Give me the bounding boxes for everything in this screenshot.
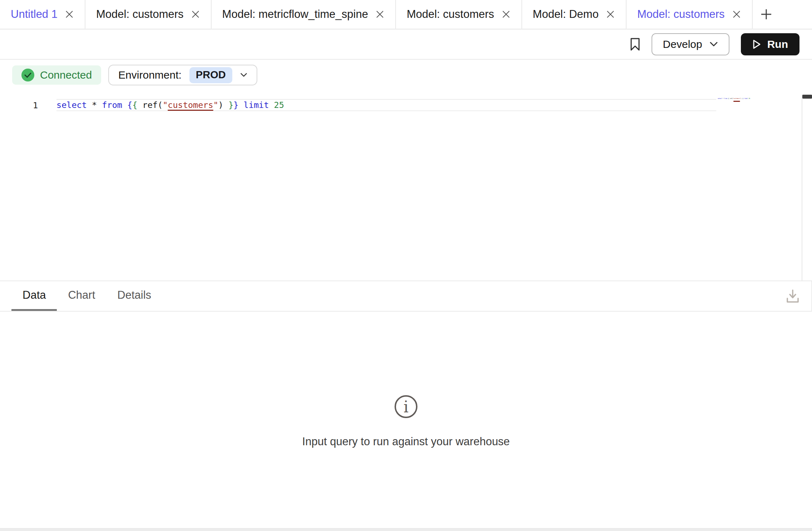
develop-button[interactable]: Develop [652, 33, 729, 55]
bookmark-icon [630, 38, 640, 51]
line-number: 1 [33, 100, 38, 110]
toolbar: Develop Run [0, 30, 812, 60]
editor-tab-2[interactable]: Model: metricflow_time_spine [212, 0, 396, 29]
close-icon[interactable] [732, 10, 741, 19]
minimap[interactable]: select * from {{ ref("customers") }} lim… [718, 98, 750, 99]
editor-tab-label: Model: customers [637, 8, 725, 21]
results-tab-chart[interactable]: Chart [57, 281, 106, 311]
plus-icon [759, 7, 773, 21]
code-token: 25 [749, 98, 750, 99]
chevron-down-icon [709, 41, 718, 47]
bottom-strip [0, 528, 812, 531]
code-token: ref( [729, 98, 733, 99]
code-token: ) [218, 100, 223, 110]
code-token: { [132, 100, 137, 110]
run-button-label: Run [767, 38, 788, 50]
close-icon[interactable] [375, 10, 385, 19]
code-editor-pane: Connected Environment: PROD 1 select * f… [0, 60, 812, 281]
results-tab-details[interactable]: Details [106, 281, 162, 311]
code-token: ref( [137, 100, 163, 110]
code-token [238, 100, 243, 110]
code-token [97, 100, 102, 110]
code-token: " [163, 100, 168, 110]
results-tab-list: DataChartDetails [11, 281, 162, 311]
code-token [122, 100, 127, 110]
info-icon: i [394, 394, 418, 420]
code-token: " [213, 100, 218, 110]
code-token: 25 [274, 100, 284, 110]
code-token [87, 100, 92, 110]
check-circle-icon [21, 69, 34, 81]
close-icon[interactable] [606, 10, 615, 19]
results-empty-state: i Input query to run against your wareho… [0, 394, 812, 448]
code-token [223, 100, 228, 110]
editor-tab-0[interactable]: Untitled 1 [0, 0, 85, 29]
new-tab-button[interactable] [753, 0, 773, 29]
svg-text:i: i [403, 398, 409, 416]
editor-scrollbar-thumb[interactable] [802, 95, 812, 99]
tab-list: Untitled 1Model: customersModel: metricf… [0, 0, 753, 29]
play-icon [752, 39, 761, 49]
results-tab-data[interactable]: Data [11, 281, 57, 311]
code-token: limit [244, 100, 269, 110]
develop-button-label: Develop [663, 38, 702, 50]
environment-select[interactable]: Environment: PROD [108, 65, 257, 85]
editor-tab-label: Model: metricflow_time_spine [222, 8, 368, 21]
code-token: select [56, 100, 87, 110]
bookmark-button[interactable] [630, 38, 640, 51]
code-token: select [718, 98, 722, 99]
code-token: from [102, 100, 122, 110]
code-token: { [127, 100, 132, 110]
editor-tab-3[interactable]: Model: customers [396, 0, 522, 29]
code-token: } [233, 100, 238, 110]
code-token: customers [733, 98, 740, 99]
run-button[interactable]: Run [741, 33, 799, 55]
code-line[interactable]: select * from {{ ref("customers") }} lim… [56, 99, 716, 111]
editor-tabbar: Untitled 1Model: customersModel: metricf… [0, 0, 812, 30]
editor-tab-label: Model: Demo [533, 8, 599, 21]
results-panel: DataChartDetails i Input query to run ag… [0, 281, 812, 528]
connection-status-badge: Connected [12, 65, 101, 85]
close-icon[interactable] [65, 10, 74, 19]
close-icon[interactable] [191, 10, 200, 19]
code-token: } [228, 100, 233, 110]
results-empty-message: Input query to run against your warehous… [302, 435, 510, 448]
download-button[interactable] [786, 289, 800, 304]
editor-tab-4[interactable]: Model: Demo [522, 0, 627, 29]
editor-tab-5[interactable]: Model: customers [627, 0, 753, 29]
code-token: customers [168, 100, 213, 110]
download-icon [786, 289, 800, 304]
editor-tab-1[interactable]: Model: customers [85, 0, 212, 29]
code-token: limit [744, 98, 748, 99]
chevron-down-icon [240, 73, 247, 78]
environment-value-badge: PROD [189, 67, 232, 83]
editor-status-row: Connected Environment: PROD [0, 60, 812, 85]
environment-label: Environment: [118, 69, 182, 81]
results-tabbar: DataChartDetails [0, 281, 812, 312]
editor-tab-label: Model: customers [407, 8, 494, 21]
code-token [269, 100, 274, 110]
connection-status-label: Connected [40, 69, 92, 81]
editor-scrollbar-track[interactable] [802, 95, 812, 281]
editor-tab-label: Untitled 1 [11, 8, 58, 21]
editor-tab-label: Model: customers [96, 8, 184, 21]
code-token: * [92, 100, 97, 110]
close-icon[interactable] [501, 10, 511, 19]
code-token: from [724, 98, 727, 99]
